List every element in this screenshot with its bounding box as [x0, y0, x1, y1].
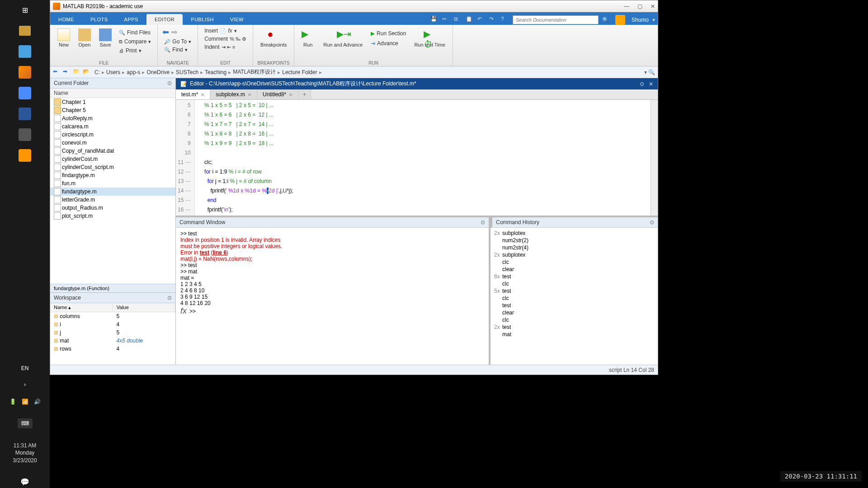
language-indicator[interactable]: EN: [19, 363, 31, 373]
history-item[interactable]: 2xsubplotex: [494, 251, 654, 258]
table-row[interactable]: j5: [50, 328, 175, 337]
list-item[interactable]: conevol.m: [50, 139, 175, 147]
search-documentation-input[interactable]: [513, 15, 599, 24]
addr-dropdown-icon[interactable]: ▾ 🔍: [644, 69, 655, 75]
breadcrumb[interactable]: C:: [93, 69, 102, 75]
list-item[interactable]: Chapter 5: [50, 106, 175, 114]
history-item[interactable]: num2str(2): [494, 237, 654, 244]
maximize-icon[interactable]: ▢: [637, 3, 642, 9]
insert-button[interactable]: Insert 📄 fx ▾: [203, 27, 248, 35]
goto-button[interactable]: 🔎 Go To ▾: [162, 38, 193, 46]
list-item[interactable]: calcarea.m: [50, 122, 175, 131]
panel-menu-icon[interactable]: ⊙: [167, 295, 172, 301]
history-item[interactable]: test: [494, 302, 654, 309]
open-button[interactable]: Open: [75, 27, 94, 64]
new-button[interactable]: New: [55, 27, 73, 64]
history-item[interactable]: 2xsubplotex: [494, 230, 654, 237]
breadcrumb[interactable]: MATLAB程序设计: [231, 68, 278, 76]
cut-qat-icon[interactable]: ✂: [442, 16, 450, 24]
redo-qat-icon[interactable]: ↷: [489, 16, 497, 24]
tab-apps[interactable]: APPS: [116, 14, 146, 25]
save-button[interactable]: Save: [96, 27, 114, 64]
breakpoints-button[interactable]: ●Breakpoints: [258, 27, 289, 49]
list-item[interactable]: fun.m: [50, 179, 175, 188]
indent-button[interactable]: Indent ⇥ ⇤ ≡: [203, 43, 248, 51]
command-window[interactable]: >> testIndex in position 1 is invalid. A…: [176, 228, 491, 365]
command-history[interactable]: 2xsubplotexnum2str(2)num2str(4)2xsubplot…: [491, 228, 658, 365]
find-button[interactable]: 🔍 Find ▾: [162, 46, 193, 54]
tab-plots[interactable]: PLOTS: [82, 14, 116, 25]
panel-menu-icon[interactable]: ⊙: [481, 219, 485, 225]
notifications-icon[interactable]: 💬: [19, 475, 31, 488]
addr-browse-icon[interactable]: 📂: [83, 68, 91, 76]
table-row[interactable]: mat4x5 double: [50, 337, 175, 345]
breadcrumb[interactable]: Lecture Folder: [280, 69, 319, 75]
save-qat-icon[interactable]: 💾: [430, 16, 439, 24]
volume-icon[interactable]: 🔊: [34, 399, 41, 405]
editor-max-icon[interactable]: ⊙: [640, 81, 644, 87]
user-dropdown-icon[interactable]: ▾: [652, 17, 655, 23]
compare-button[interactable]: ⧉ Compare ▾: [117, 38, 153, 46]
keyboard-icon[interactable]: ⌨: [18, 418, 33, 428]
code-editor[interactable]: 56789101112131415161718 % 1 x 5 = 5 | 2 …: [176, 100, 658, 216]
tab-view[interactable]: VIEW: [222, 14, 252, 25]
close-icon[interactable]: ✕: [651, 3, 655, 9]
list-item[interactable]: fundargtype.m: [50, 188, 175, 196]
history-item[interactable]: clear: [494, 266, 654, 273]
breadcrumb[interactable]: Teaching: [203, 69, 228, 75]
minimize-icon[interactable]: —: [624, 3, 629, 9]
find-files-button[interactable]: 🔍 Find Files: [117, 28, 153, 37]
list-item[interactable]: output_Radius.m: [50, 204, 175, 212]
tab-home[interactable]: HOME: [50, 14, 82, 25]
browser-icon[interactable]: [19, 128, 31, 141]
user-badge-icon[interactable]: [615, 15, 625, 25]
new-tab-button[interactable]: +: [298, 89, 311, 99]
word-icon[interactable]: [19, 108, 31, 120]
comment-button[interactable]: Comment % ‰ ⚙: [203, 35, 248, 43]
current-folder-list[interactable]: Name Chapter 1Chapter 5AutoReply.mcalcar…: [50, 89, 175, 284]
start-icon[interactable]: ⊞: [19, 4, 31, 16]
history-item[interactable]: num2str(4): [494, 244, 654, 251]
tab-editor[interactable]: EDITOR: [146, 14, 183, 25]
editor-tab[interactable]: test.m* ✕: [176, 89, 210, 99]
panel-menu-icon[interactable]: ⊙: [167, 80, 172, 86]
history-item[interactable]: clc: [494, 258, 654, 266]
nav-back-icon[interactable]: ⬅: [162, 27, 169, 37]
list-item[interactable]: circlescript.m: [50, 131, 175, 139]
run-button[interactable]: ▶Run: [299, 27, 317, 64]
wifi-icon[interactable]: 📶: [22, 399, 28, 405]
clock[interactable]: 11:31 AM Monday 3/23/2020: [13, 439, 37, 467]
user-name[interactable]: Shumo: [632, 17, 649, 23]
table-row[interactable]: i4: [50, 320, 175, 328]
history-item[interactable]: clc: [494, 295, 654, 302]
tab-close-icon[interactable]: ✕: [248, 92, 251, 97]
addr-up-icon[interactable]: 📁: [73, 68, 81, 76]
table-row[interactable]: columns5: [50, 312, 175, 320]
fx-icon[interactable]: fx: [180, 306, 187, 316]
breadcrumb[interactable]: app-s: [125, 69, 142, 75]
expand-tray-icon[interactable]: ›: [24, 381, 26, 388]
editor-close-icon[interactable]: ✕: [649, 81, 653, 87]
tab-close-icon[interactable]: ✕: [201, 92, 204, 97]
run-section-button[interactable]: ▶ Run Section: [369, 29, 408, 38]
breadcrumb[interactable]: SUSTech: [174, 69, 200, 75]
tab-close-icon[interactable]: ✕: [289, 92, 292, 97]
workspace-columns[interactable]: Name ▴Value: [50, 303, 175, 312]
run-and-time-button[interactable]: ▶⏱Run and Time: [411, 27, 448, 64]
app-icon[interactable]: [19, 45, 31, 58]
list-item[interactable]: findargtype.m: [50, 171, 175, 179]
history-item[interactable]: 6xtest: [494, 273, 654, 280]
undo-qat-icon[interactable]: ↶: [477, 16, 486, 24]
list-item[interactable]: letterGrade.m: [50, 196, 175, 204]
list-item[interactable]: AutoReply.m: [50, 114, 175, 122]
history-item[interactable]: 5xtest: [494, 287, 654, 295]
search-icon[interactable]: 🔍: [602, 17, 609, 23]
firefox-icon[interactable]: [19, 149, 31, 162]
addr-back-icon[interactable]: ⬅: [53, 68, 61, 76]
list-item[interactable]: Chapter 1: [50, 98, 175, 106]
file-explorer-icon[interactable]: [19, 24, 31, 37]
list-item[interactable]: cylinderCost_script.m: [50, 163, 175, 171]
breadcrumb[interactable]: Users: [104, 69, 122, 75]
history-item[interactable]: clear: [494, 309, 654, 316]
history-item[interactable]: clc: [494, 316, 654, 324]
